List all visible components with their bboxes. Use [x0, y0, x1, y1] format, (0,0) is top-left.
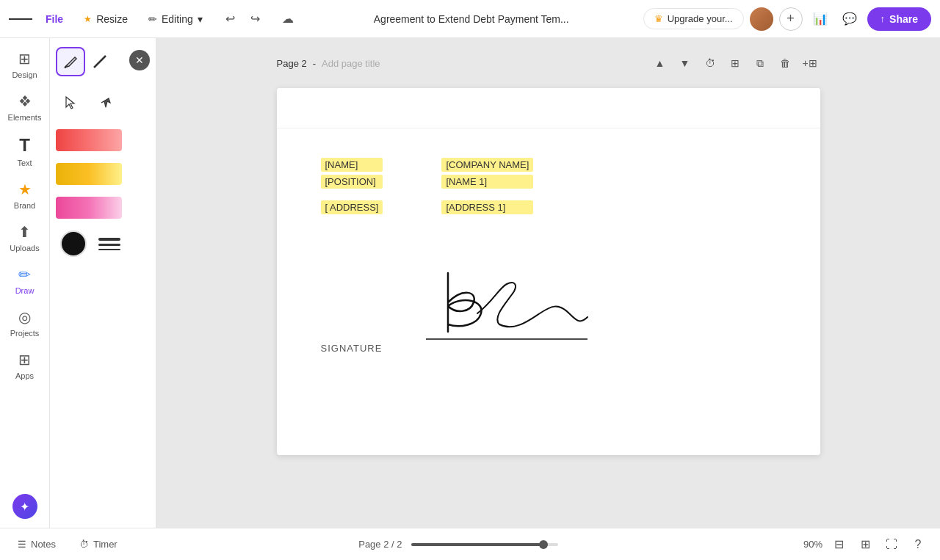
magic-button[interactable]: ✦: [12, 494, 37, 519]
cursor-tool[interactable]: [56, 88, 85, 117]
field-company[interactable]: [COMPANY NAME]: [441, 158, 533, 172]
red-marker[interactable]: [56, 129, 122, 151]
main-layout: ⊞ Design ❖ Elements T Text ★ Brand ⬆ Upl…: [0, 38, 940, 528]
cloud-save-button[interactable]: ☁: [276, 7, 300, 31]
timing-button[interactable]: ⏱: [700, 53, 720, 73]
timer-icon: ⏱: [79, 539, 89, 550]
avatar[interactable]: [750, 7, 773, 31]
delete-page-button[interactable]: 🗑: [775, 53, 795, 73]
progress-bar[interactable]: [411, 543, 558, 546]
help-button[interactable]: ?: [908, 534, 928, 555]
analytics-button[interactable]: 📊: [809, 7, 832, 31]
field-right: [COMPANY NAME] [NAME 1] [ADDRESS 1]: [441, 158, 533, 214]
add-page-title[interactable]: Add page title: [322, 58, 380, 69]
arrow-icon: [98, 95, 113, 110]
field-left: [NAME] [POSITION] [ ADDRESS]: [321, 158, 383, 214]
resize-menu[interactable]: ★ Resize: [76, 9, 135, 29]
progress-thumb: [539, 540, 548, 549]
line-tool[interactable]: [85, 47, 115, 76]
yellow-marker[interactable]: [56, 163, 122, 185]
undo-redo-group: ↩ ↪: [219, 7, 267, 31]
signature-label: SIGNATURE: [321, 343, 383, 354]
uploads-icon: ⬆: [18, 223, 31, 241]
timer-button[interactable]: ⏱ Timer: [73, 536, 123, 553]
pink-marker[interactable]: [56, 197, 122, 219]
list-view-button[interactable]: ⊞: [855, 534, 875, 555]
star-icon: ★: [84, 14, 92, 24]
pencil-icon: ✏: [148, 13, 157, 25]
grid-view-button[interactable]: ⊟: [828, 534, 849, 555]
sidebar-item-design[interactable]: ⊞ Design: [3, 44, 47, 85]
apps-icon: ⊞: [18, 351, 31, 368]
text-icon: T: [19, 135, 30, 156]
sidebar-item-draw[interactable]: ✏ Draw: [3, 260, 47, 301]
document-title: Agreement to Extend Debt Payment Tem...: [306, 13, 637, 25]
draw-icon: ✏: [18, 266, 31, 283]
page-number-label: Page 2: [277, 58, 307, 69]
notes-icon: ☰: [18, 539, 26, 550]
field-name1[interactable]: [NAME 1]: [441, 175, 533, 189]
redo-button[interactable]: ↪: [244, 7, 267, 31]
page-header-bar: Page 2 - Add page title ▲ ▼ ⏱ ⊞ ⧉ 🗑 +⊞: [277, 53, 820, 73]
move-down-button[interactable]: ▼: [675, 53, 695, 73]
add-collaborator-button[interactable]: +: [779, 7, 803, 31]
document-page: [NAME] [POSITION] [ ADDRESS] [COMPANY NA…: [277, 88, 820, 455]
elements-icon: ❖: [18, 92, 32, 110]
cursor-icon: [63, 95, 78, 110]
page-separator: -: [313, 58, 316, 69]
pen-tool[interactable]: [56, 47, 85, 76]
bottombar: ☰ Notes ⏱ Timer Page 2 / 2 90% ⊟ ⊞ ⛶ ?: [0, 528, 940, 560]
field-name[interactable]: [NAME]: [321, 158, 383, 172]
draw-tools-panel: ✕: [50, 38, 156, 528]
comments-button[interactable]: 💬: [838, 7, 861, 31]
file-menu[interactable]: File: [38, 9, 70, 29]
page-actions: ▲ ▼ ⏱ ⊞ ⧉ 🗑 +⊞: [650, 53, 820, 73]
crown-icon: ♛: [654, 13, 663, 24]
color-picker[interactable]: [60, 230, 87, 257]
sidebar-item-elements[interactable]: ❖ Elements: [3, 87, 47, 128]
pen-icon: [60, 51, 81, 72]
sidebar: ⊞ Design ❖ Elements T Text ★ Brand ⬆ Upl…: [0, 38, 50, 528]
arrow-tool[interactable]: [91, 88, 120, 117]
field-position[interactable]: [POSITION]: [321, 175, 383, 189]
close-draw-panel-button[interactable]: ✕: [129, 50, 150, 70]
grid-button[interactable]: ⊞: [725, 53, 745, 73]
topbar: File ★ Resize ✏ Editing ▾ ↩ ↪ ☁ Agreemen…: [0, 0, 940, 38]
page-indicator: Page 2 / 2: [358, 539, 402, 550]
bottom-center: Page 2 / 2: [123, 539, 793, 550]
fullscreen-button[interactable]: ⛶: [881, 534, 902, 555]
menu-button[interactable]: [9, 7, 32, 31]
upgrade-button[interactable]: ♛ Upgrade your...: [643, 8, 744, 29]
chevron-down-icon: ▾: [198, 13, 203, 25]
move-up-button[interactable]: ▲: [650, 53, 670, 73]
signature-area: [411, 244, 602, 354]
field-address[interactable]: [ ADDRESS]: [321, 200, 383, 214]
stroke-width-picker[interactable]: [95, 235, 123, 253]
sidebar-item-apps[interactable]: ⊞ Apps: [3, 345, 47, 386]
sidebar-item-text[interactable]: T Text: [3, 129, 47, 173]
zoom-level: 90%: [793, 539, 822, 550]
bottom-left: ☰ Notes ⏱ Timer: [12, 536, 123, 553]
page-top-strip: [277, 88, 820, 128]
brand-icon: ★: [18, 181, 32, 198]
sidebar-item-projects[interactable]: ◎ Projects: [3, 302, 47, 343]
editing-menu[interactable]: ✏ Editing ▾: [141, 9, 210, 29]
sidebar-item-uploads[interactable]: ⬆ Uploads: [3, 217, 47, 258]
projects-icon: ◎: [18, 308, 31, 326]
progress-fill: [411, 543, 543, 546]
line-icon: [90, 51, 110, 72]
copy-page-button[interactable]: ⧉: [750, 53, 770, 73]
close-icon: ✕: [135, 54, 144, 66]
sidebar-item-brand[interactable]: ★ Brand: [3, 175, 47, 216]
notes-button[interactable]: ☰ Notes: [12, 536, 62, 553]
field-address1[interactable]: [ADDRESS 1]: [441, 200, 533, 214]
share-icon: ↑: [881, 13, 886, 24]
share-button[interactable]: ↑ Share: [867, 7, 931, 31]
design-icon: ⊞: [18, 50, 31, 68]
canvas-area: Page 2 - Add page title ▲ ▼ ⏱ ⊞ ⧉ 🗑 +⊞ […: [156, 38, 940, 528]
signature-svg: [411, 244, 602, 354]
bottom-right: 90% ⊟ ⊞ ⛶ ?: [793, 534, 928, 555]
add-page-button[interactable]: +⊞: [800, 53, 820, 73]
undo-button[interactable]: ↩: [219, 7, 242, 31]
svg-line-1: [94, 56, 106, 68]
